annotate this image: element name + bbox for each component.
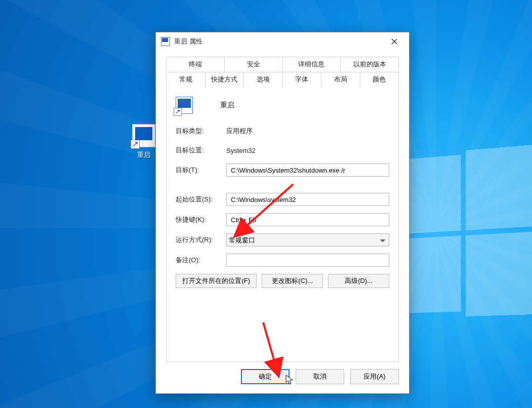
desktop: 重启 重启 属性 终端 安全 详细信息 以前的版本 常规 快捷方式 [0, 0, 532, 408]
titlebar-icon [161, 37, 170, 46]
tab-colors[interactable]: 颜色 [360, 72, 399, 88]
titlebar[interactable]: 重启 属性 [156, 32, 409, 51]
button-change-icon[interactable]: 更改图标(C)... [262, 274, 323, 288]
tab-details[interactable]: 详细信息 [282, 57, 341, 72]
shortcut-large-icon[interactable] [176, 97, 193, 114]
tab-terminal[interactable]: 终端 [166, 57, 225, 72]
dialog-title: 重启 属性 [174, 37, 379, 46]
tab-previous-versions[interactable]: 以前的版本 [340, 57, 399, 72]
label-comment: 备注(O): [176, 256, 226, 265]
dialog-footer: 确定 取消 应用(A) [156, 362, 409, 393]
button-open-file-location[interactable]: 打开文件所在的位置(F) [176, 274, 257, 288]
shortcut-overlay-arrow-icon [131, 140, 140, 149]
tab-options[interactable]: 选项 [243, 72, 283, 88]
shortcut-overlay-arrow-icon [174, 108, 182, 116]
windows-logo [391, 148, 532, 318]
shortcut-name: 重启 [208, 101, 234, 110]
tab-content-shortcut: 重启 目标类型: 应用程序 目标位置: System32 目标(T): 起始位置… [166, 88, 399, 362]
tab-security[interactable]: 安全 [224, 57, 283, 72]
tab-layout[interactable]: 布局 [321, 72, 360, 88]
cancel-button[interactable]: 取消 [296, 369, 344, 384]
value-target-location: System32 [226, 147, 389, 154]
input-hotkey[interactable] [226, 213, 389, 226]
label-target-type: 目标类型: [176, 127, 226, 136]
shortcut-icon [132, 124, 155, 147]
input-target[interactable] [226, 164, 389, 177]
label-run: 运行方式(R): [176, 235, 226, 244]
properties-dialog: 重启 属性 终端 安全 详细信息 以前的版本 常规 快捷方式 选项 字体 布局 [155, 32, 410, 394]
tab-font[interactable]: 字体 [282, 72, 322, 88]
tab-shortcut[interactable]: 快捷方式 [205, 72, 244, 88]
label-target: 目标(T): [176, 166, 226, 175]
label-start-in: 起始位置(S): [176, 195, 226, 204]
value-target-type: 应用程序 [226, 127, 389, 136]
label-hotkey: 快捷键(K): [176, 215, 226, 224]
input-start-in[interactable] [226, 193, 389, 206]
label-target-location: 目标位置: [176, 146, 226, 155]
close-button[interactable] [383, 34, 406, 49]
input-comment[interactable] [226, 254, 389, 267]
close-icon [391, 38, 397, 45]
select-run[interactable]: 常规窗口 [226, 233, 389, 247]
tab-strip: 终端 安全 详细信息 以前的版本 常规 快捷方式 选项 字体 布局 颜色 [166, 57, 399, 88]
button-advanced[interactable]: 高级(D)... [328, 274, 389, 288]
tab-general[interactable]: 常规 [166, 72, 206, 88]
apply-button[interactable]: 应用(A) [350, 369, 399, 384]
ok-button[interactable]: 确定 [241, 369, 290, 384]
